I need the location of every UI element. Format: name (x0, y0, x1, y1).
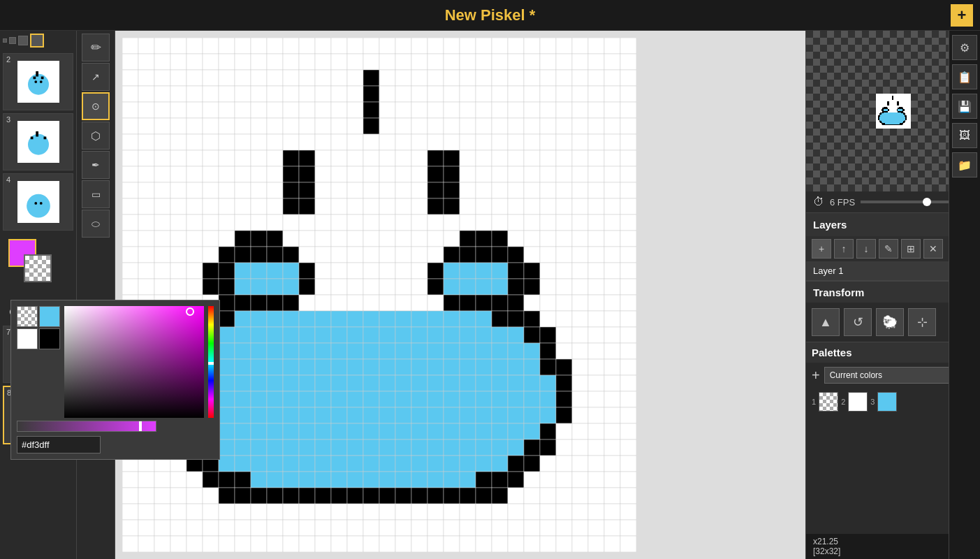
palette-swatch-2[interactable] (848, 392, 868, 412)
settings-button[interactable]: ⚙ (952, 35, 977, 60)
app-title: New Piskel * (445, 6, 536, 24)
ellipse-tool[interactable]: ⬭ (82, 210, 110, 238)
folder-button[interactable]: 📁 (952, 152, 977, 177)
palette-swatch-1[interactable] (819, 392, 838, 412)
color-swatches (17, 306, 60, 418)
coord-x: x21.25 (813, 537, 838, 546)
svg-rect-9 (36, 131, 38, 137)
pixel-canvas[interactable] (122, 38, 636, 552)
move-tool[interactable]: ↗ (82, 63, 110, 91)
fps-icon: ⏱ (813, 196, 824, 208)
svg-rect-10 (30, 137, 33, 140)
frame-thumbnail (3, 54, 73, 110)
size-small[interactable] (3, 38, 7, 43)
color-gradient-area[interactable] (64, 306, 204, 418)
palette-num-2: 2 (841, 398, 845, 406)
copy-button[interactable]: 📋 (952, 64, 977, 89)
coord-size: [32x32] (813, 546, 840, 556)
canvas-area[interactable] (115, 31, 805, 559)
flip-h-button[interactable]: ▲ (812, 308, 840, 336)
palette-add-icon[interactable]: + (812, 368, 820, 384)
size-row (0, 31, 76, 50)
palette-select[interactable]: Current colors (824, 367, 962, 384)
frame-thumbnail (3, 174, 73, 230)
fps-label: 6 FPS (830, 197, 855, 208)
alpha-indicator (139, 421, 142, 431)
header-add-button[interactable]: + (951, 4, 973, 27)
size-xlarge[interactable] (30, 34, 44, 48)
secondary-color-swatch[interactable] (24, 254, 52, 282)
color-gradient[interactable] (64, 306, 204, 418)
swatch-blue[interactable] (39, 306, 60, 327)
svg-point-1 (28, 74, 49, 95)
header: New Piskel * + (0, 0, 980, 31)
scale-button[interactable]: ⊹ (908, 308, 936, 336)
layer-delete-button[interactable]: ✕ (923, 239, 943, 259)
layer-down-button[interactable]: ↓ (856, 239, 876, 259)
size-large[interactable] (18, 36, 28, 45)
svg-point-14 (34, 202, 37, 205)
layer-merge-button[interactable]: ⊞ (901, 239, 921, 259)
picker-row (17, 306, 214, 418)
frame-number: 4 (6, 175, 10, 184)
palette-num-1: 1 (812, 398, 816, 406)
svg-point-6 (39, 80, 42, 83)
hex-input-row (17, 436, 214, 453)
svg-rect-11 (43, 137, 46, 140)
tools-column: ✏ ↗ ⊙ ⬡ ✒ ▭ ⬭ (77, 31, 115, 559)
frame-number: 3 (6, 115, 10, 124)
save-button[interactable]: 💾 (952, 94, 977, 119)
frame-item[interactable]: 2 (3, 53, 73, 110)
lighten-tool[interactable]: ✒ (82, 151, 110, 179)
palette-swatch-3[interactable] (877, 392, 897, 412)
hue-slider[interactable] (208, 306, 214, 418)
frame-item[interactable]: 3 (3, 113, 73, 170)
rect-tool[interactable]: ▭ (82, 180, 110, 208)
export-button[interactable]: 🖼 (952, 123, 977, 148)
swatch-container (8, 239, 53, 284)
swatch-black[interactable] (39, 328, 60, 349)
lasso-tool[interactable]: ⊙ (82, 92, 110, 120)
right-actions-strip: ⚙ 📋 💾 🖼 📁 (949, 31, 980, 559)
fps-slider-thumb (923, 198, 931, 206)
layer-up-button[interactable]: ↑ (834, 239, 854, 259)
frame-thumbnail (3, 114, 73, 170)
left-sidebar: 2 (0, 31, 115, 559)
eraser-tool[interactable]: ⬡ (82, 122, 110, 150)
swatch-transparent[interactable] (17, 306, 38, 327)
color-picker-popup (10, 300, 220, 460)
pixel-canvas-container (122, 38, 636, 552)
svg-rect-4 (41, 77, 43, 80)
layer-edit-button[interactable]: ✎ (879, 239, 898, 259)
frames-panel: 2 (0, 31, 77, 559)
palettes-title: Palettes (812, 347, 852, 358)
svg-point-13 (27, 194, 50, 218)
frame-number: 2 (6, 55, 10, 64)
layer-add-button[interactable]: + (812, 239, 831, 259)
main-area: 2 (0, 31, 980, 559)
svg-rect-2 (36, 71, 38, 77)
hex-input[interactable] (17, 436, 101, 453)
hue-indicator (208, 362, 214, 365)
svg-point-5 (34, 80, 37, 83)
color-picker-circle (186, 307, 194, 316)
preview-canvas (876, 94, 911, 129)
size-medium[interactable] (9, 37, 16, 44)
palette-num-3: 3 (870, 398, 875, 406)
flip-v-button[interactable]: 🐑 (876, 308, 904, 336)
layers-title: Layers (813, 219, 847, 231)
swatch-white[interactable] (17, 328, 38, 349)
transform-title: Transform (813, 286, 864, 298)
frame-item[interactable]: 4 (3, 173, 73, 231)
layer-name: Layer 1 (813, 266, 843, 276)
rotate-button[interactable]: ↺ (844, 308, 872, 336)
alpha-slider[interactable] (17, 421, 156, 432)
svg-point-15 (39, 202, 42, 205)
pencil-tool[interactable]: ✏ (82, 34, 110, 61)
svg-rect-3 (33, 77, 36, 80)
